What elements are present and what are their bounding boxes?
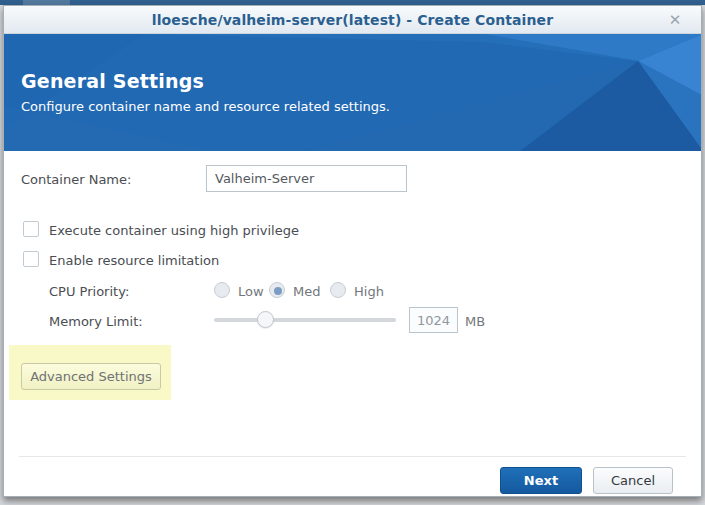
wizard-header-text: General Settings Configure container nam… xyxy=(21,70,390,114)
cancel-button[interactable]: Cancel xyxy=(593,467,673,494)
cpu-priority-high-label: High xyxy=(354,284,384,299)
close-icon[interactable]: ✕ xyxy=(665,10,685,30)
cpu-priority-label: CPU Priority: xyxy=(49,284,129,299)
memory-limit-slider[interactable] xyxy=(214,318,396,322)
advanced-settings-button[interactable]: Advanced Settings xyxy=(21,363,161,390)
dialog-titlebar: lloesche/valheim-server(latest) - Create… xyxy=(4,6,701,34)
high-privilege-label: Execute container using high privilege xyxy=(49,223,299,238)
cpu-priority-radio-med[interactable] xyxy=(269,282,285,298)
container-name-label: Container Name: xyxy=(21,172,131,187)
memory-limit-input[interactable] xyxy=(409,307,458,333)
dialog-title: lloesche/valheim-server(latest) - Create… xyxy=(152,12,553,28)
memory-limit-slider-thumb[interactable] xyxy=(257,311,274,328)
dialog-body: Container Name: Execute container using … xyxy=(4,151,701,496)
page-subtitle: Configure container name and resource re… xyxy=(21,99,390,114)
cpu-priority-radio-high[interactable] xyxy=(330,282,346,298)
footer-divider xyxy=(19,456,686,457)
create-container-dialog: lloesche/valheim-server(latest) - Create… xyxy=(3,5,702,497)
cpu-priority-med-label: Med xyxy=(293,284,320,299)
memory-limit-label: Memory Limit: xyxy=(49,314,143,329)
wizard-header-banner: General Settings Configure container nam… xyxy=(4,34,701,151)
cpu-priority-low-label: Low xyxy=(238,284,264,299)
cpu-priority-radio-low[interactable] xyxy=(214,282,230,298)
resource-limitation-checkbox[interactable] xyxy=(23,251,39,267)
memory-unit-label: MB xyxy=(465,314,485,329)
page-title: General Settings xyxy=(21,70,390,92)
screen: lloesche/valheim-server(latest) - Create… xyxy=(0,0,705,505)
next-button[interactable]: Next xyxy=(500,467,582,494)
resource-limitation-label: Enable resource limitation xyxy=(49,253,219,268)
container-name-input[interactable] xyxy=(206,165,407,192)
advanced-settings-highlight: Advanced Settings xyxy=(9,345,171,400)
high-privilege-checkbox[interactable] xyxy=(23,221,39,237)
